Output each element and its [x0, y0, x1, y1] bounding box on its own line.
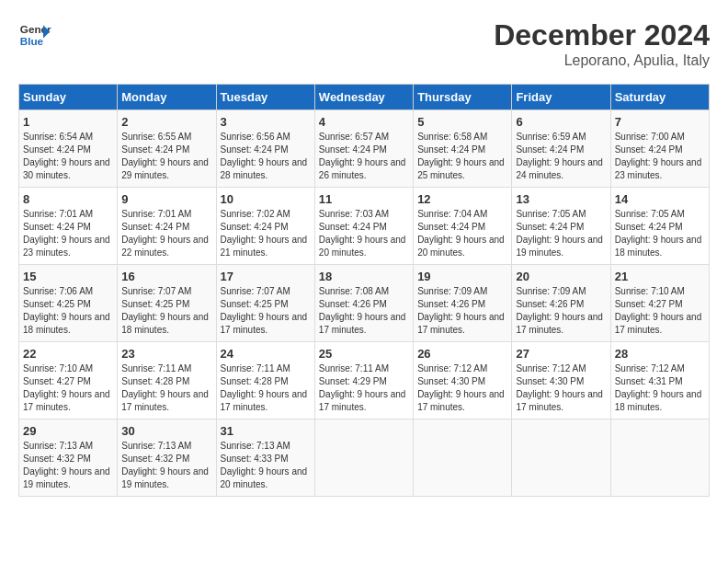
sunset-label: Sunset: 4:24 PM — [615, 222, 683, 232]
day-number: 17 — [221, 270, 311, 283]
logo-icon: General Blue — [18, 18, 51, 52]
day-number: 8 — [23, 192, 113, 206]
day-info: Sunrise: 7:10 AM Sunset: 4:27 PM Dayligh… — [615, 285, 705, 337]
sunrise-label: Sunrise: 6:59 AM — [516, 132, 586, 142]
calendar-cell: 18 Sunrise: 7:08 AM Sunset: 4:26 PM Dayl… — [314, 265, 413, 342]
day-number: 10 — [221, 192, 311, 206]
calendar-cell: 30 Sunrise: 7:13 AM Sunset: 4:32 PM Dayl… — [118, 419, 216, 497]
day-info: Sunrise: 6:56 AM Sunset: 4:24 PM Dayligh… — [221, 131, 311, 182]
sunrise-label: Sunrise: 7:11 AM — [121, 363, 191, 373]
calendar-cell: 16 Sunrise: 7:07 AM Sunset: 4:25 PM Dayl… — [118, 265, 216, 342]
calendar-week-row: 15 Sunrise: 7:06 AM Sunset: 4:25 PM Dayl… — [19, 265, 710, 342]
daylight-label: Daylight: 9 hours and 28 minutes. — [221, 157, 308, 180]
daylight-label: Daylight: 9 hours and 26 minutes. — [319, 157, 406, 180]
daylight-label: Daylight: 9 hours and 17 minutes. — [23, 389, 110, 412]
day-number: 6 — [516, 115, 606, 129]
page-subtitle: Leporano, Apulia, Italy — [494, 52, 710, 69]
sunrise-label: Sunrise: 7:07 AM — [221, 286, 290, 296]
day-number: 5 — [417, 115, 507, 129]
logo: General Blue — [18, 18, 51, 52]
day-info: Sunrise: 7:04 AM Sunset: 4:24 PM Dayligh… — [417, 208, 507, 259]
daylight-label: Daylight: 9 hours and 23 minutes. — [23, 235, 110, 258]
sunrise-label: Sunrise: 7:11 AM — [221, 363, 290, 373]
calendar-cell: 2 Sunrise: 6:55 AM Sunset: 4:24 PM Dayli… — [118, 110, 216, 188]
sunset-label: Sunset: 4:28 PM — [121, 376, 189, 386]
sunset-label: Sunset: 4:32 PM — [23, 454, 91, 464]
sunset-label: Sunset: 4:32 PM — [121, 454, 189, 464]
day-number: 13 — [516, 192, 606, 206]
sunset-label: Sunset: 4:26 PM — [319, 299, 387, 309]
daylight-label: Daylight: 9 hours and 17 minutes. — [319, 312, 406, 335]
weekday-header-tuesday: Tuesday — [216, 85, 314, 110]
sunset-label: Sunset: 4:30 PM — [516, 376, 584, 386]
sunrise-label: Sunrise: 7:05 AM — [516, 209, 586, 219]
day-info: Sunrise: 7:01 AM Sunset: 4:24 PM Dayligh… — [23, 208, 113, 259]
day-number: 11 — [319, 192, 409, 206]
calendar-cell: 12 Sunrise: 7:04 AM Sunset: 4:24 PM Dayl… — [414, 188, 512, 265]
calendar-cell: 29 Sunrise: 7:13 AM Sunset: 4:32 PM Dayl… — [19, 419, 118, 497]
daylight-label: Daylight: 9 hours and 17 minutes. — [319, 389, 406, 412]
day-info: Sunrise: 7:05 AM Sunset: 4:24 PM Dayligh… — [615, 208, 705, 259]
calendar-cell: 23 Sunrise: 7:11 AM Sunset: 4:28 PM Dayl… — [118, 342, 216, 419]
sunset-label: Sunset: 4:26 PM — [417, 299, 485, 309]
daylight-label: Daylight: 9 hours and 17 minutes. — [516, 312, 603, 335]
daylight-label: Daylight: 9 hours and 19 minutes. — [23, 466, 110, 489]
sunrise-label: Sunrise: 7:02 AM — [221, 209, 290, 219]
sunrise-label: Sunrise: 7:13 AM — [121, 441, 191, 451]
day-number: 25 — [319, 347, 409, 361]
calendar-cell — [414, 419, 512, 497]
calendar-cell: 15 Sunrise: 7:06 AM Sunset: 4:25 PM Dayl… — [19, 265, 118, 342]
sunset-label: Sunset: 4:24 PM — [516, 222, 584, 232]
title-block: December 2024 Leporano, Apulia, Italy — [494, 18, 710, 69]
day-info: Sunrise: 7:01 AM Sunset: 4:24 PM Dayligh… — [121, 208, 211, 259]
day-number: 21 — [615, 270, 705, 283]
day-info: Sunrise: 6:59 AM Sunset: 4:24 PM Dayligh… — [516, 131, 606, 182]
sunrise-label: Sunrise: 7:00 AM — [615, 132, 685, 142]
sunset-label: Sunset: 4:24 PM — [319, 222, 387, 232]
sunset-label: Sunset: 4:24 PM — [23, 144, 91, 155]
day-number: 28 — [615, 347, 705, 361]
day-info: Sunrise: 6:58 AM Sunset: 4:24 PM Dayligh… — [417, 131, 507, 182]
day-info: Sunrise: 7:10 AM Sunset: 4:27 PM Dayligh… — [23, 362, 113, 414]
day-info: Sunrise: 7:11 AM Sunset: 4:28 PM Dayligh… — [121, 362, 211, 414]
sunrise-label: Sunrise: 7:07 AM — [121, 286, 191, 296]
day-info: Sunrise: 7:12 AM Sunset: 4:31 PM Dayligh… — [615, 362, 705, 414]
calendar-week-row: 22 Sunrise: 7:10 AM Sunset: 4:27 PM Dayl… — [19, 342, 710, 419]
sunrise-label: Sunrise: 7:01 AM — [23, 209, 93, 219]
day-number: 16 — [121, 270, 211, 283]
calendar-week-row: 1 Sunrise: 6:54 AM Sunset: 4:24 PM Dayli… — [19, 110, 710, 188]
day-info: Sunrise: 7:03 AM Sunset: 4:24 PM Dayligh… — [319, 208, 409, 259]
daylight-label: Daylight: 9 hours and 17 minutes. — [121, 389, 209, 412]
day-info: Sunrise: 7:05 AM Sunset: 4:24 PM Dayligh… — [516, 208, 606, 259]
svg-text:Blue: Blue — [20, 35, 44, 47]
day-number: 7 — [615, 115, 705, 129]
day-number: 22 — [23, 347, 113, 361]
calendar-cell: 5 Sunrise: 6:58 AM Sunset: 4:24 PM Dayli… — [414, 110, 512, 188]
calendar-cell: 4 Sunrise: 6:57 AM Sunset: 4:24 PM Dayli… — [314, 110, 413, 188]
sunrise-label: Sunrise: 7:06 AM — [23, 286, 93, 296]
day-info: Sunrise: 7:02 AM Sunset: 4:24 PM Dayligh… — [221, 208, 311, 259]
day-number: 26 — [417, 347, 507, 361]
calendar-cell: 19 Sunrise: 7:09 AM Sunset: 4:26 PM Dayl… — [414, 265, 512, 342]
calendar-cell: 13 Sunrise: 7:05 AM Sunset: 4:24 PM Dayl… — [512, 188, 610, 265]
sunrise-label: Sunrise: 7:12 AM — [516, 363, 586, 373]
daylight-label: Daylight: 9 hours and 25 minutes. — [417, 157, 505, 180]
weekday-header-thursday: Thursday — [414, 85, 512, 110]
calendar-cell: 25 Sunrise: 7:11 AM Sunset: 4:29 PM Dayl… — [314, 342, 413, 419]
day-info: Sunrise: 7:11 AM Sunset: 4:28 PM Dayligh… — [221, 362, 311, 414]
weekday-header-row: SundayMondayTuesdayWednesdayThursdayFrid… — [19, 85, 710, 110]
sunrise-label: Sunrise: 7:05 AM — [615, 209, 685, 219]
daylight-label: Daylight: 9 hours and 18 minutes. — [615, 389, 702, 412]
sunset-label: Sunset: 4:27 PM — [615, 299, 683, 309]
sunrise-label: Sunrise: 7:09 AM — [417, 286, 487, 296]
day-number: 1 — [23, 115, 113, 129]
sunset-label: Sunset: 4:33 PM — [221, 454, 289, 464]
sunset-label: Sunset: 4:24 PM — [417, 222, 485, 232]
sunset-label: Sunset: 4:24 PM — [121, 222, 189, 232]
daylight-label: Daylight: 9 hours and 22 minutes. — [121, 235, 209, 258]
daylight-label: Daylight: 9 hours and 19 minutes. — [121, 466, 209, 489]
calendar-cell: 10 Sunrise: 7:02 AM Sunset: 4:24 PM Dayl… — [216, 188, 314, 265]
day-info: Sunrise: 7:11 AM Sunset: 4:29 PM Dayligh… — [319, 362, 409, 414]
day-number: 27 — [516, 347, 606, 361]
sunrise-label: Sunrise: 7:09 AM — [516, 286, 586, 296]
